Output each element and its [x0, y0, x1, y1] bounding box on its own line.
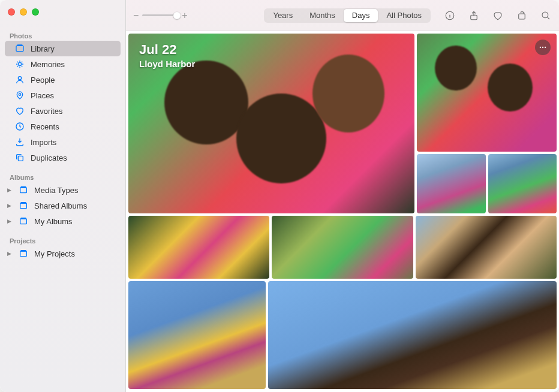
photo-thumbnail[interactable]	[128, 281, 266, 389]
svg-rect-13	[20, 251, 27, 257]
sidebar-item-label: My Projects	[34, 249, 75, 258]
svg-point-18	[542, 12, 548, 18]
view-segmented-control: Years Months Days All Photos	[264, 8, 431, 23]
sidebar-item-my-projects[interactable]: ▶ My Projects	[5, 246, 121, 261]
sidebar-item-media-types[interactable]: ▶ Media Types	[5, 182, 121, 198]
zoom-slider-thumb[interactable]	[173, 12, 181, 19]
favorites-icon	[14, 105, 25, 116]
photo-thumbnail[interactable]	[272, 216, 413, 279]
toolbar: − + Years Months Days All Photos	[126, 0, 559, 31]
segment-days[interactable]: Days	[344, 9, 378, 22]
photo-thumbnail[interactable]	[268, 281, 557, 389]
chevron-right-icon: ▶	[7, 187, 13, 193]
location-label: Lloyd Harbor	[139, 59, 195, 69]
album-icon	[18, 200, 29, 211]
close-button[interactable]	[8, 8, 15, 16]
day-header: Jul 22 Lloyd Harbor	[139, 42, 195, 69]
sidebar-item-label: Memories	[31, 60, 65, 69]
svg-point-3	[18, 77, 21, 80]
svg-rect-9	[20, 203, 27, 209]
chevron-right-icon: ▶	[7, 251, 13, 257]
svg-rect-12	[21, 218, 26, 219]
sidebar-item-recents[interactable]: Recents	[5, 119, 121, 134]
photo-thumbnail[interactable]	[416, 216, 557, 279]
sidebar-item-places[interactable]: Places	[5, 88, 121, 103]
chevron-right-icon: ▶	[7, 218, 13, 224]
duplicates-icon	[14, 152, 25, 163]
photo-grid[interactable]: Jul 22 Lloyd Harbor	[126, 31, 559, 392]
svg-rect-0	[16, 46, 23, 51]
svg-rect-10	[21, 203, 26, 203]
zoom-control: − +	[133, 10, 188, 21]
sidebar-item-label: Duplicates	[31, 153, 67, 162]
minimize-button[interactable]	[20, 8, 27, 16]
photo-thumbnail[interactable]: Jul 22 Lloyd Harbor	[128, 34, 414, 213]
segment-months[interactable]: Months	[301, 9, 344, 22]
album-icon	[18, 248, 29, 259]
sidebar-item-favorites[interactable]: Favorites	[5, 103, 121, 119]
zoom-in-button[interactable]: +	[182, 10, 187, 21]
sidebar-item-my-albums[interactable]: ▶ My Albums	[5, 213, 121, 229]
sidebar-item-label: My Albums	[34, 217, 73, 226]
svg-rect-7	[20, 188, 27, 193]
more-button[interactable]	[535, 40, 551, 55]
sidebar-item-label: Recents	[31, 122, 59, 131]
svg-rect-14	[21, 251, 26, 251]
segment-years[interactable]: Years	[265, 9, 301, 22]
rotate-icon[interactable]	[516, 10, 528, 22]
album-icon	[18, 216, 29, 227]
sidebar-item-people[interactable]: People	[5, 72, 121, 88]
section-header-albums: Albums	[0, 170, 125, 182]
recents-icon	[14, 121, 25, 132]
sidebar-item-label: Imports	[31, 138, 56, 147]
segment-all-photos[interactable]: All Photos	[378, 9, 430, 22]
fullscreen-button[interactable]	[32, 8, 39, 16]
sidebar-item-label: Favorites	[31, 107, 62, 116]
svg-rect-1	[17, 45, 22, 46]
favorite-icon[interactable]	[492, 10, 504, 22]
zoom-slider[interactable]	[142, 14, 178, 16]
photo-thumbnail[interactable]	[488, 154, 557, 213]
sidebar: Photos Library Memories People Places	[0, 0, 126, 392]
info-icon[interactable]	[444, 10, 456, 22]
toolbar-actions	[444, 10, 552, 22]
places-icon	[14, 90, 25, 101]
svg-point-19	[540, 47, 541, 48]
chevron-right-icon: ▶	[7, 203, 13, 209]
section-header-projects: Projects	[0, 234, 125, 246]
sidebar-item-label: People	[31, 76, 55, 85]
photos-window: Photos Library Memories People Places	[0, 0, 559, 392]
section-header-photos: Photos	[0, 29, 125, 41]
zoom-out-button[interactable]: −	[133, 10, 139, 21]
date-label: Jul 22	[139, 42, 195, 58]
svg-rect-17	[519, 14, 525, 19]
sidebar-item-label: Library	[31, 44, 55, 53]
imports-icon	[14, 137, 25, 147]
people-icon	[14, 74, 25, 85]
sidebar-item-memories[interactable]: Memories	[5, 56, 121, 72]
album-icon	[18, 185, 29, 195]
svg-point-20	[542, 47, 543, 48]
sidebar-item-shared-albums[interactable]: ▶ Shared Albums	[5, 198, 121, 213]
library-icon	[14, 43, 25, 54]
sidebar-item-library[interactable]: Library	[5, 41, 121, 56]
svg-rect-8	[21, 187, 26, 188]
search-icon[interactable]	[540, 10, 552, 22]
sidebar-item-imports[interactable]: Imports	[5, 134, 121, 150]
share-icon[interactable]	[468, 10, 480, 22]
memories-icon	[14, 59, 25, 70]
sidebar-item-label: Shared Albums	[34, 201, 87, 210]
window-controls	[0, 5, 125, 29]
svg-point-2	[18, 62, 21, 65]
sidebar-item-duplicates[interactable]: Duplicates	[5, 150, 121, 165]
svg-rect-11	[20, 219, 27, 224]
photo-thumbnail[interactable]	[417, 34, 557, 152]
svg-point-21	[545, 47, 546, 48]
svg-point-4	[19, 94, 20, 95]
main-area: − + Years Months Days All Photos	[126, 0, 559, 392]
sidebar-item-label: Places	[31, 91, 54, 100]
photo-thumbnail[interactable]	[128, 216, 269, 279]
photo-thumbnail[interactable]	[417, 154, 485, 213]
sidebar-item-label: Media Types	[34, 186, 78, 195]
svg-rect-6	[18, 156, 23, 161]
